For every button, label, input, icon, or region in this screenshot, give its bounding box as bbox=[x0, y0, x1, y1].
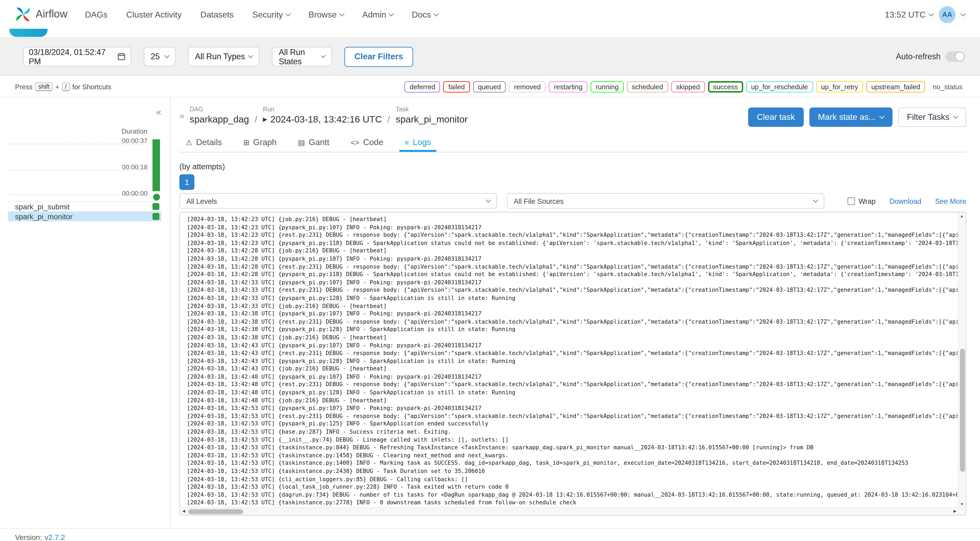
tab[interactable]: ⚠ Details bbox=[181, 134, 227, 152]
log-line: [2024-03-18, 13:42:53 UTC] {pyspark_pi.p… bbox=[187, 404, 958, 412]
clear-task-button[interactable]: Clear task bbox=[748, 107, 803, 127]
state-badge[interactable]: failed bbox=[443, 81, 470, 92]
nav-item[interactable]: Docs bbox=[412, 10, 438, 19]
shortcut-suffix: for Shortcuts bbox=[72, 83, 111, 90]
log-content[interactable]: [2024-03-18, 13:42:23 UTC] {job.py:216} … bbox=[181, 213, 958, 507]
navbar-right: 13:52 UTC AA bbox=[885, 6, 965, 22]
chevron-down-icon[interactable] bbox=[961, 11, 966, 16]
nav-item[interactable]: Security bbox=[253, 10, 290, 19]
log-line: [2024-03-18, 13:42:38 UTC] {rest.py:231}… bbox=[187, 318, 958, 326]
log-line: [2024-03-18, 13:42:33 UTC] {pyspark_pi.p… bbox=[187, 278, 958, 286]
state-badge[interactable]: up_for_reschedule bbox=[746, 81, 813, 92]
log-level-select[interactable]: All Levels bbox=[180, 193, 497, 209]
airflow-pinwheel-icon bbox=[15, 6, 31, 22]
state-badge[interactable]: no_status bbox=[928, 81, 967, 92]
state-badge[interactable]: up_for_retry bbox=[816, 81, 863, 92]
nav-item[interactable]: Cluster Activity bbox=[126, 10, 181, 19]
see-more-link[interactable]: See More bbox=[935, 197, 966, 205]
scroll-left-icon[interactable]: ◀ bbox=[181, 508, 187, 515]
scroll-down-icon[interactable]: ▼ bbox=[959, 501, 965, 508]
file-source-select[interactable]: All File Sources bbox=[507, 193, 824, 209]
log-line: [2024-03-18, 13:42:53 UTC] {local_task_j… bbox=[187, 483, 958, 491]
tab-icon: ⚠ bbox=[186, 138, 192, 146]
breadcrumb-dag-value[interactable]: sparkapp_dag bbox=[189, 114, 249, 124]
shortcut-row: Press shift + / for Shortcuts deferred f… bbox=[0, 76, 980, 97]
run-state-indicator[interactable] bbox=[153, 194, 160, 200]
task-instance-square[interactable] bbox=[153, 213, 159, 220]
tab[interactable]: <> Code bbox=[345, 134, 388, 152]
collapse-left-panel-icon[interactable]: « bbox=[156, 106, 161, 117]
clear-filters-button[interactable]: Clear Filters bbox=[344, 46, 413, 67]
state-badge[interactable]: skipped bbox=[671, 81, 705, 92]
clock-dropdown[interactable]: 13:52 UTC bbox=[885, 10, 933, 19]
log-line: [2024-03-18, 13:42:53 UTC] {base.py:287}… bbox=[187, 428, 958, 436]
task-name: spark_pi_submit bbox=[15, 202, 69, 211]
scroll-right-icon[interactable]: ▶ bbox=[952, 508, 958, 515]
tab[interactable]: ⊞ Graph bbox=[238, 134, 282, 152]
tab-icon: ≡ bbox=[404, 138, 409, 146]
nav-item[interactable]: DAGs bbox=[85, 10, 108, 19]
chevron-down-icon bbox=[285, 11, 291, 16]
expand-panel-icon[interactable]: » bbox=[180, 110, 185, 121]
airflow-app: Airflow DAGs Cluster Activity Datasets bbox=[0, 0, 980, 541]
state-badge[interactable]: running bbox=[590, 81, 624, 92]
auto-refresh-group: Auto-refresh bbox=[896, 51, 965, 62]
breadcrumb-task-value[interactable]: spark_pi_monitor bbox=[396, 114, 468, 124]
scroll-up-icon[interactable]: ▲ bbox=[959, 213, 965, 220]
log-line: [2024-03-18, 13:42:43 UTC] {pyspark_pi.p… bbox=[187, 341, 958, 349]
mark-state-button[interactable]: Mark state as... bbox=[809, 107, 892, 127]
nav-item[interactable]: Datasets bbox=[200, 10, 234, 19]
log-toolbar: All Levels All File Sources Wrap Downloa… bbox=[180, 193, 966, 209]
version-link[interactable]: v2.7.2 bbox=[45, 533, 65, 541]
v-scroll-thumb[interactable] bbox=[960, 348, 965, 472]
nav-item-label: Browse bbox=[309, 10, 337, 19]
state-badge[interactable]: restarting bbox=[549, 81, 587, 92]
breadcrumb-dag-label: DAG bbox=[189, 105, 249, 113]
base-date-input[interactable]: 03/18/2024, 01:52:47 PM bbox=[23, 47, 131, 66]
state-badge[interactable]: queued bbox=[473, 81, 506, 92]
run-duration-bar[interactable] bbox=[153, 139, 160, 191]
task-row[interactable]: spark_pi_monitor bbox=[8, 211, 161, 221]
tab[interactable]: ≡ Logs bbox=[399, 134, 436, 152]
log-line: [2024-03-18, 13:42:48 UTC] {pyspark_pi.p… bbox=[187, 373, 958, 381]
auto-refresh-toggle[interactable] bbox=[946, 51, 965, 62]
horizontal-scrollbar[interactable]: ◀ ▶ bbox=[181, 507, 958, 514]
airflow-brand[interactable]: Airflow bbox=[15, 6, 67, 22]
state-badge[interactable]: upstream_failed bbox=[866, 81, 925, 92]
download-link[interactable]: Download bbox=[889, 197, 921, 205]
filter-tasks-button[interactable]: Filter Tasks bbox=[898, 107, 966, 127]
wrap-checkbox[interactable] bbox=[847, 197, 855, 205]
run-types-select[interactable]: All Run Types bbox=[188, 47, 259, 66]
tab[interactable]: ▤ Gantt bbox=[293, 134, 334, 152]
log-line: [2024-03-18, 13:42:53 UTC] {taskinstance… bbox=[187, 499, 958, 507]
log-line: [2024-03-18, 13:42:33 UTC] {job.py:216} … bbox=[187, 302, 958, 310]
log-line: [2024-03-18, 13:42:38 UTC] {pyspark_pi.p… bbox=[187, 326, 958, 334]
nav-item[interactable]: Admin bbox=[362, 10, 393, 19]
nav-item-label: Docs bbox=[412, 10, 431, 19]
user-avatar[interactable]: AA bbox=[939, 6, 956, 22]
wrap-option[interactable]: Wrap bbox=[847, 197, 875, 205]
page-size-select[interactable]: 25 bbox=[144, 47, 176, 66]
h-scroll-thumb[interactable] bbox=[188, 509, 243, 514]
log-level-value: All Levels bbox=[186, 197, 217, 205]
state-badge[interactable]: deferred bbox=[404, 81, 440, 92]
state-badge[interactable]: scheduled bbox=[627, 81, 668, 92]
tab-icon: ▤ bbox=[298, 138, 305, 146]
chevron-down-icon bbox=[813, 197, 818, 202]
attempt-1-button[interactable]: 1 bbox=[180, 174, 194, 190]
vertical-scrollbar[interactable]: ▲ ▼ bbox=[958, 213, 965, 508]
breadcrumb-run-value[interactable]: ▶ 2024-03-18, 13:42:16 UTC bbox=[263, 114, 382, 124]
state-badge[interactable]: success bbox=[708, 81, 743, 92]
run-states-select[interactable]: All Run States bbox=[272, 47, 332, 66]
run-types-value: All Run Types bbox=[195, 52, 245, 61]
task-row[interactable]: spark_pi_submit bbox=[8, 201, 161, 211]
nav-item[interactable]: Browse bbox=[309, 10, 344, 19]
page-size-value: 25 bbox=[151, 52, 160, 61]
breadcrumb-task: Task spark_pi_monitor bbox=[396, 105, 468, 124]
chevron-down-icon bbox=[485, 197, 491, 202]
mark-state-label: Mark state as... bbox=[818, 112, 875, 122]
state-badge[interactable]: removed bbox=[509, 81, 546, 92]
grid-panel: « Duration 00:00:37 00:00:18 00:00:00 bbox=[0, 97, 171, 528]
log-line: [2024-03-18, 13:42:53 UTC] {taskinstance… bbox=[187, 452, 958, 460]
task-instance-square[interactable] bbox=[153, 203, 159, 210]
